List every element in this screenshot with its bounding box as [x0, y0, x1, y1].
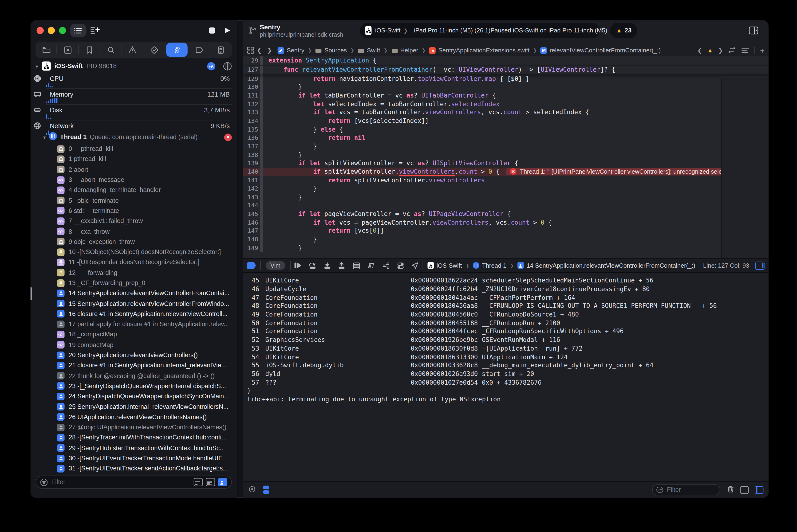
stack-frame-row[interactable]: </>6 std::__terminate [31, 206, 237, 216]
debug-console[interactable]: 45UIKitCore0x000000018622ac24schedulerSt… [243, 273, 768, 481]
code-line-141[interactable]: 141 return splitViewController.viewContr… [243, 176, 768, 184]
warning-count-pill[interactable]: ▲ 23 [610, 23, 637, 38]
stack-frame-row[interactable]: #10 -[NSObject(NSObject) doesNotRecogniz… [31, 247, 237, 257]
breadcrumb-item[interactable]: Helper [391, 47, 418, 54]
stack-frame-row[interactable]: </>3 __abort_message [31, 175, 237, 185]
navigator-list-toggle-icon[interactable] [70, 24, 86, 37]
stack-frame-row[interactable]: 29 -[SentryHub startTransactionWithConte… [31, 443, 237, 453]
run-button[interactable] [224, 27, 230, 34]
gauge-cpu[interactable]: CPU0% [31, 73, 237, 89]
zoom-window-button[interactable] [59, 27, 66, 34]
stack-frame-row[interactable]: 0 __pthread_kill [31, 144, 237, 154]
code-line-132[interactable]: 132 let selectedIndex = tabBarController… [243, 100, 768, 108]
issue-navigator-icon[interactable] [122, 42, 144, 58]
stack-frame-row[interactable]: 22 thunk for @escaping @callee_guarantee… [31, 370, 237, 381]
code-line-130[interactable]: 130 } [243, 83, 768, 91]
add-editor-icon[interactable]: + [760, 46, 764, 55]
forward-icon[interactable]: ❯ [267, 47, 272, 54]
stack-frame-row[interactable]: 5 _objc_terminate [31, 195, 237, 206]
stack-frame-row[interactable]: #13 _CF_forwarding_prep_0 [31, 278, 237, 288]
code-line-136[interactable]: 136 return nil [243, 133, 768, 142]
stack-frame-row[interactable]: </>7 __cxxabiv1::failed_throw [31, 216, 237, 226]
related-items-icon[interactable] [247, 47, 254, 54]
code-line-135[interactable]: 135 } else { [243, 125, 768, 133]
paused-device-icon[interactable] [755, 261, 764, 269]
stack-frame-row[interactable]: 25 SentryApplication.internal_relevantVi… [31, 402, 237, 412]
debug-breadcrumb-item[interactable]: 14 SentryApplication.relevantViewControl… [517, 262, 696, 269]
minimap[interactable] [721, 78, 768, 259]
stack-frame-row[interactable]: </>19 compactMap [31, 340, 237, 350]
code-line-148[interactable]: 148 } [243, 235, 768, 244]
stack-frame-row[interactable]: 24 SentryDispatchQueueWrapper.dispatchSy… [31, 391, 237, 402]
breakpoints-toggle-icon[interactable] [247, 262, 256, 269]
gauge-disk[interactable]: Disk3,7 MB/s [31, 104, 237, 120]
stack-frame-row[interactable]: 21 closure #1 in SentryApplication.inter… [31, 360, 237, 370]
clear-console-icon[interactable] [727, 485, 734, 495]
breadcrumb-item[interactable]: Sentry [278, 47, 304, 54]
stop-button[interactable] [208, 27, 215, 34]
bookmark-navigator-icon[interactable] [79, 42, 100, 58]
stack-frame-row[interactable]: 20 SentryApplication.relevantviewControl… [31, 350, 237, 360]
code-line-138[interactable]: 138 } [243, 150, 768, 159]
code-line-139[interactable]: 139 if let splitViewController = vc as? … [243, 159, 768, 167]
gauge-memory[interactable]: Memory121 MB [31, 89, 237, 104]
code-line-137[interactable]: 137 } [243, 142, 768, 150]
step-out-icon[interactable] [338, 262, 345, 269]
code-line-145[interactable]: 145 if let pageViewController = vc as? U… [243, 210, 768, 218]
code-line-129[interactable]: 129 return navigationController.topViewC… [243, 74, 768, 83]
show-frames-with-source-icon[interactable] [194, 478, 203, 486]
breadcrumb-item[interactable]: MrelevantViewControllerFromContainer(_:) [540, 47, 661, 54]
debug-breadcrumb-item[interactable]: iOS-Swift [427, 262, 462, 269]
code-line-142[interactable]: 142 } [243, 184, 768, 193]
memory-graph-icon[interactable] [368, 262, 375, 269]
thread-row[interactable]: ▾ Thread 1 Queue: com.apple.main-thread … [31, 132, 237, 143]
gauge-info-icon[interactable] [207, 62, 216, 71]
pane-resize-handle[interactable] [31, 287, 32, 300]
stack-frame-row[interactable]: 31 -[SentryUIEventTracker sendActionCall… [31, 463, 237, 474]
project-title-block[interactable]: Sentry philprime/uiprintpanel-sdk-crash [249, 23, 343, 38]
source-editor[interactable]: 29extension SentryApplication {127 func … [243, 56, 768, 259]
project-navigator-icon[interactable] [36, 42, 57, 58]
breadcrumb-item[interactable]: SentryApplicationExtensions.swift [429, 47, 530, 54]
stack-frame-row[interactable]: 26 UIApplication.relevantViewControllers… [31, 412, 237, 422]
stack-frame-row[interactable]: 27 @objc UIApplication.relevantViewContr… [31, 422, 237, 433]
code-line-149[interactable]: 149 } [243, 244, 768, 252]
environment-overrides-icon[interactable] [397, 262, 404, 269]
stack-frame-row[interactable]: </>4 demangling_terminate_handler [31, 185, 237, 195]
stack-frame-row[interactable]: 28 -[SentryTracer initWithTransactionCon… [31, 433, 237, 443]
code-line-133[interactable]: 133 if let vcs = tabBarController.viewCo… [243, 108, 768, 117]
prev-issue-icon[interactable]: ❮ [697, 47, 702, 54]
stack-frame-row[interactable]: 2 abort [31, 165, 237, 175]
stack-frame-row[interactable]: 30 -[SentryUIEventTrackerTransactionMode… [31, 453, 237, 463]
source-control-navigator-icon[interactable] [57, 42, 79, 58]
test-navigator-icon[interactable] [144, 42, 165, 58]
concentric-circles-icon[interactable] [223, 62, 232, 71]
debug-graph-icon[interactable] [382, 262, 390, 269]
debug-breadcrumb-item[interactable]: Thread 1 [473, 262, 506, 269]
console-pane-toggle-icon[interactable] [263, 486, 269, 494]
show-only-user-frames-icon[interactable] [218, 478, 227, 486]
code-line-143[interactable]: 143 } [243, 193, 768, 201]
code-line-147[interactable]: 147 return [vcs[0]] [243, 227, 768, 235]
code-line-146[interactable]: 146 if let vcs = pageViewController.view… [243, 218, 768, 227]
thread-disclosure-chevron-icon[interactable]: ▾ [43, 134, 46, 140]
back-icon[interactable]: ❮ [257, 47, 262, 54]
code-line-134[interactable]: 134 return [vcs[selectedIndex]] [243, 117, 768, 125]
report-navigator-icon[interactable] [210, 42, 232, 58]
view-hierarchy-icon[interactable] [353, 262, 360, 269]
next-issue-icon[interactable]: ❯ [718, 47, 723, 54]
stack-frame-row[interactable]: </>8 __cxa_throw [31, 226, 237, 236]
breadcrumb-item[interactable]: Sources [315, 47, 347, 54]
stack-frame-row[interactable]: 15 SentryApplication.relevantViewControl… [31, 299, 237, 309]
align-lines-icon[interactable] [741, 47, 749, 53]
show-crashed-threads-icon[interactable] [206, 478, 215, 486]
minimize-window-button[interactable] [48, 27, 55, 34]
disclosure-chevron-icon[interactable]: ▾ [36, 63, 38, 69]
breakpoint-navigator-icon[interactable] [188, 42, 210, 58]
stack-frame-row[interactable]: #12 ___forwarding___ [31, 267, 237, 278]
navigator-filter-bar[interactable]: Filter [36, 476, 232, 489]
inspector-toggle-icon[interactable] [746, 23, 761, 38]
stack-frame-row[interactable]: 11 -[UIResponder doesNotRecognizeSelecto… [31, 257, 237, 268]
stack-frame-row[interactable]: 9 objc_exception_throw [31, 236, 237, 247]
code-line-140[interactable]: 140 if splitViewController.viewControlle… [243, 167, 768, 176]
